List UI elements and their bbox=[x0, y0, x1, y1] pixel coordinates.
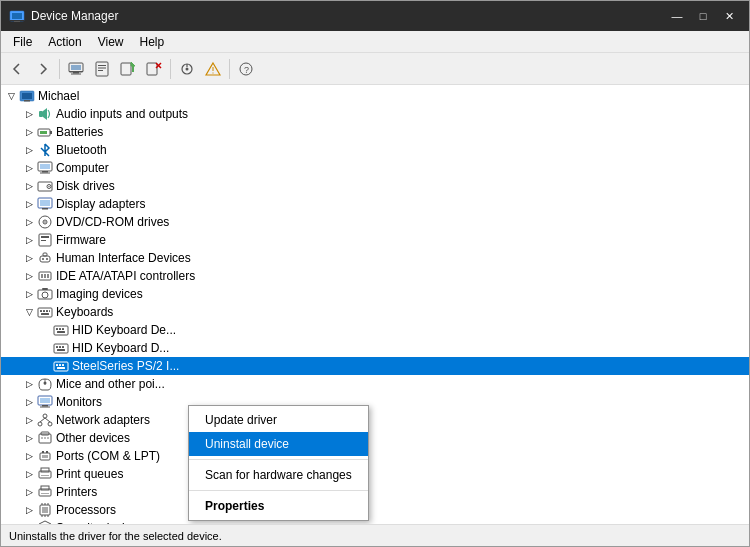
svg-rect-71 bbox=[62, 328, 64, 330]
computer-toggle[interactable]: ▷ bbox=[21, 160, 37, 176]
dvd-toggle[interactable]: ▷ bbox=[21, 214, 37, 230]
tree-ide[interactable]: ▷ IDE ATA/ATAPI controllers bbox=[1, 267, 749, 285]
svg-rect-29 bbox=[24, 100, 30, 102]
context-uninstall-device[interactable]: Uninstall device bbox=[189, 432, 368, 456]
properties-btn[interactable] bbox=[90, 57, 114, 81]
display-label: Display adapters bbox=[56, 197, 145, 211]
context-scan-hardware[interactable]: Scan for hardware changes bbox=[189, 463, 368, 487]
warn-btn[interactable] bbox=[201, 57, 225, 81]
svg-rect-66 bbox=[49, 310, 50, 312]
tree-printers[interactable]: ▷ Printers bbox=[1, 483, 749, 501]
tree-monitors[interactable]: ▷ Monitors bbox=[1, 393, 749, 411]
batteries-toggle[interactable]: ▷ bbox=[21, 124, 37, 140]
keyboards-toggle[interactable]: ▽ bbox=[21, 304, 37, 320]
update-driver-btn[interactable] bbox=[116, 57, 140, 81]
tree-computer[interactable]: ▷ Computer bbox=[1, 159, 749, 177]
uninstall-btn[interactable] bbox=[142, 57, 166, 81]
disk-icon bbox=[37, 178, 53, 194]
security-toggle[interactable]: ▷ bbox=[21, 520, 37, 524]
scan-hardware-btn[interactable] bbox=[175, 57, 199, 81]
svg-line-93 bbox=[45, 418, 50, 422]
printers-toggle[interactable]: ▷ bbox=[21, 484, 37, 500]
tree-bluetooth[interactable]: ▷ Bluetooth bbox=[1, 141, 749, 159]
svg-rect-80 bbox=[59, 364, 61, 366]
tree-hid-kbd1[interactable]: ▷ HID Keyboard De... bbox=[1, 321, 749, 339]
svg-rect-7 bbox=[73, 72, 79, 74]
mice-toggle[interactable]: ▷ bbox=[21, 376, 37, 392]
svg-text:?: ? bbox=[244, 65, 249, 75]
ports-toggle[interactable]: ▷ bbox=[21, 448, 37, 464]
window-icon bbox=[9, 8, 25, 24]
tree-dvd[interactable]: ▷ DVD/CD-ROM drives bbox=[1, 213, 749, 231]
tree-imaging[interactable]: ▷ Imaging devices bbox=[1, 285, 749, 303]
context-update-driver[interactable]: Update driver bbox=[189, 408, 368, 432]
tree-hid-kbd2[interactable]: ▷ HID Keyboard D... bbox=[1, 339, 749, 357]
disk-toggle[interactable]: ▷ bbox=[21, 178, 37, 194]
imaging-toggle[interactable]: ▷ bbox=[21, 286, 37, 302]
display-toggle[interactable]: ▷ bbox=[21, 196, 37, 212]
tree-root[interactable]: ▽ Michael bbox=[1, 87, 749, 105]
svg-point-53 bbox=[42, 258, 44, 260]
tree-display[interactable]: ▷ Display adapters bbox=[1, 195, 749, 213]
svg-rect-10 bbox=[98, 65, 106, 66]
ide-toggle[interactable]: ▷ bbox=[21, 268, 37, 284]
keyboards-label: Keyboards bbox=[56, 305, 113, 319]
menu-view[interactable]: View bbox=[90, 33, 132, 51]
context-properties[interactable]: Properties bbox=[189, 494, 368, 518]
tree-batteries[interactable]: ▷ Batteries bbox=[1, 123, 749, 141]
help-btn[interactable]: ? bbox=[234, 57, 258, 81]
svg-rect-69 bbox=[56, 328, 58, 330]
printers-label: Printers bbox=[56, 485, 97, 499]
menu-help[interactable]: Help bbox=[132, 33, 173, 51]
device-tree[interactable]: ▽ Michael ▷ bbox=[1, 85, 749, 524]
monitors-toggle[interactable]: ▷ bbox=[21, 394, 37, 410]
svg-rect-33 bbox=[50, 131, 52, 134]
hid-toggle[interactable]: ▷ bbox=[21, 250, 37, 266]
svg-rect-63 bbox=[40, 310, 42, 312]
back-button[interactable] bbox=[5, 57, 29, 81]
tree-firmware[interactable]: ▷ Firmware bbox=[1, 231, 749, 249]
tree-security[interactable]: ▷ Security devices bbox=[1, 519, 749, 524]
tree-processors[interactable]: ▷ Processors bbox=[1, 501, 749, 519]
tree-steelseries[interactable]: ▷ SteelSeries PS/2 I... bbox=[1, 357, 749, 375]
svg-rect-76 bbox=[62, 346, 64, 348]
tree-disk[interactable]: ▷ Disk drives bbox=[1, 177, 749, 195]
tree-keyboards[interactable]: ▽ Keyboards bbox=[1, 303, 749, 321]
window-title: Device Manager bbox=[31, 9, 665, 23]
audio-icon bbox=[37, 106, 53, 122]
svg-rect-87 bbox=[42, 405, 48, 407]
processors-toggle[interactable]: ▷ bbox=[21, 502, 37, 518]
svg-marker-14 bbox=[131, 62, 135, 66]
tree-network[interactable]: ▷ Network adapters bbox=[1, 411, 749, 429]
print-queues-toggle[interactable]: ▷ bbox=[21, 466, 37, 482]
forward-button[interactable] bbox=[31, 57, 55, 81]
other-toggle[interactable]: ▷ bbox=[21, 430, 37, 446]
root-toggle[interactable]: ▽ bbox=[3, 88, 19, 104]
audio-toggle[interactable]: ▷ bbox=[21, 106, 37, 122]
svg-rect-75 bbox=[59, 346, 61, 348]
bluetooth-toggle[interactable]: ▷ bbox=[21, 142, 37, 158]
tree-other[interactable]: ▷ Other devices bbox=[1, 429, 749, 447]
maximize-button[interactable]: □ bbox=[691, 6, 715, 26]
firmware-toggle[interactable]: ▷ bbox=[21, 232, 37, 248]
svg-rect-52 bbox=[43, 253, 47, 256]
svg-point-47 bbox=[44, 221, 46, 223]
menu-file[interactable]: File bbox=[5, 33, 40, 51]
steelseries-label: SteelSeries PS/2 I... bbox=[72, 359, 179, 373]
computer-icon-btn[interactable] bbox=[64, 57, 88, 81]
tree-ports[interactable]: ▷ Ports (COM & LPT) bbox=[1, 447, 749, 465]
tree-mice[interactable]: ▷ Mice and other poi... bbox=[1, 375, 749, 393]
hid-kbd2-icon bbox=[53, 340, 69, 356]
svg-point-89 bbox=[43, 414, 47, 418]
tree-print-queues[interactable]: ▷ Print queues bbox=[1, 465, 749, 483]
toolbar-sep-2 bbox=[170, 59, 171, 79]
network-toggle[interactable]: ▷ bbox=[21, 412, 37, 428]
minimize-button[interactable]: — bbox=[665, 6, 689, 26]
tree-hid[interactable]: ▷ Human Interface Devices bbox=[1, 249, 749, 267]
tree-audio[interactable]: ▷ Audio inputs and outputs bbox=[1, 105, 749, 123]
menu-action[interactable]: Action bbox=[40, 33, 89, 51]
svg-rect-5 bbox=[71, 65, 81, 70]
svg-rect-99 bbox=[46, 451, 48, 453]
svg-point-54 bbox=[46, 258, 48, 260]
close-button[interactable]: ✕ bbox=[717, 6, 741, 26]
